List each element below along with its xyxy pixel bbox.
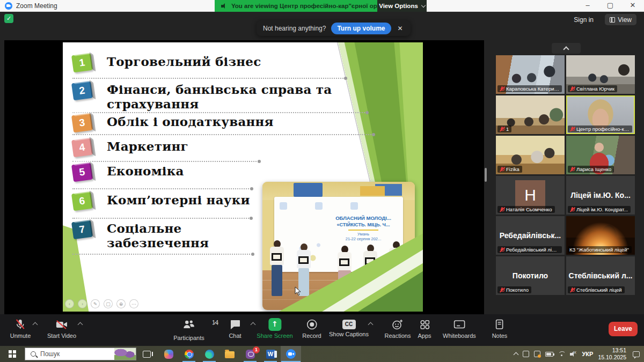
muted-mic-icon xyxy=(569,287,575,293)
start-button[interactable] xyxy=(0,346,25,362)
search-input[interactable]: Пошук xyxy=(25,348,136,360)
participant-tile[interactable]: Світлана Юрчик xyxy=(566,55,635,94)
sign-in-button[interactable]: Sign in xyxy=(569,14,598,25)
tray-expand-chevron[interactable] xyxy=(513,352,518,358)
participant-name: Лариса Іщенко xyxy=(576,166,611,172)
collapse-panel-button[interactable] xyxy=(552,43,581,54)
tray-date: 15.10.2025 xyxy=(598,354,626,361)
windows-logo-icon xyxy=(9,350,16,358)
participant-name: Караповська Катерина xyxy=(506,86,559,92)
view-options-button[interactable]: View Options xyxy=(377,0,427,12)
participant-tile[interactable]: Fizika xyxy=(496,136,565,174)
tray-device-icon[interactable] xyxy=(523,351,529,357)
dotted-separator xyxy=(72,161,259,162)
participant-tile[interactable]: Покотило Покотило xyxy=(496,256,565,295)
turn-up-volume-button[interactable]: Turn up volume xyxy=(331,23,391,34)
share-screen-button[interactable]: ↑ Share Screen xyxy=(257,318,292,339)
participants-button[interactable]: 14 Participants xyxy=(173,318,204,341)
video-options-chevron[interactable] xyxy=(78,322,83,328)
action-center-icon[interactable] xyxy=(633,351,640,357)
taskbar-explorer-icon[interactable] xyxy=(219,346,240,362)
taskbar-word-icon[interactable]: W xyxy=(260,346,281,362)
dotted-separator xyxy=(72,112,367,113)
participant-tile[interactable]: Лариса Іщенко xyxy=(566,136,635,174)
taskbar-chrome-icon[interactable] xyxy=(179,346,199,362)
zoom-tool-icon[interactable]: ⊕ xyxy=(116,299,126,308)
language-indicator[interactable]: УКР xyxy=(582,351,594,357)
list-number-cube: 7 xyxy=(71,220,93,240)
participant-nameplate: Наталія Сьомченко xyxy=(497,206,555,213)
participants-icon xyxy=(182,318,196,331)
battery-icon[interactable] xyxy=(545,352,553,357)
search-decoration-image xyxy=(114,348,136,360)
next-slide-button[interactable]: › xyxy=(78,299,87,308)
maximize-button[interactable]: ▢ xyxy=(599,0,621,12)
task-view-icon[interactable] xyxy=(143,351,151,358)
participant-tile-active-speaker[interactable]: Центр професійно-ка... xyxy=(566,95,635,134)
taskbar-zoom-icon[interactable] xyxy=(281,346,301,362)
participant-tile[interactable]: Стеблівський л... Стеблівський ліцей xyxy=(566,256,635,295)
muted-mic-icon xyxy=(499,287,504,293)
dotted-separator xyxy=(72,218,251,219)
show-captions-button[interactable]: CC Show Captions xyxy=(329,318,369,337)
taskbar-copilot-icon[interactable] xyxy=(158,346,179,362)
muted-mic-icon xyxy=(499,247,504,253)
chat-options-chevron[interactable] xyxy=(251,322,256,328)
panel-resize-handle[interactable] xyxy=(485,168,487,182)
view-layout-button[interactable]: View xyxy=(605,14,636,25)
viber-notification-badge: 1 xyxy=(253,346,260,353)
apps-button[interactable]: Apps xyxy=(418,318,431,339)
notes-button[interactable]: Notes xyxy=(492,318,508,339)
windows-taskbar: Пошук 1 W УКР 13:51 15.10.2025 xyxy=(0,346,644,362)
pen-tool-icon[interactable]: ✎ xyxy=(91,299,100,308)
close-button[interactable]: ✕ xyxy=(621,0,644,12)
muted-mic-icon xyxy=(569,86,575,92)
chat-button[interactable]: Chat xyxy=(229,318,241,339)
speaker-icon xyxy=(221,3,228,9)
volume-muted-icon[interactable] xyxy=(570,351,577,357)
whiteboards-button[interactable]: Whiteboards xyxy=(443,318,476,339)
list-item-text: Фінанси, банківська справа та страхуванн… xyxy=(107,82,363,111)
participant-name: Світлана Юрчик xyxy=(576,86,614,92)
captions-icon: CC xyxy=(342,320,356,329)
participant-tile[interactable]: Караповська Катерина xyxy=(496,55,565,94)
participant-tile[interactable]: 1 xyxy=(496,95,565,134)
minimize-button[interactable]: – xyxy=(576,0,599,12)
start-video-button[interactable]: Start Video xyxy=(47,318,76,339)
more-tools-icon[interactable]: ⋯ xyxy=(129,299,138,308)
clock[interactable]: 13:51 15.10.2025 xyxy=(598,347,626,361)
tray-update-icon[interactable] xyxy=(534,351,540,357)
security-shield-icon[interactable]: ✓ xyxy=(4,14,13,23)
participant-name: Стеблівський ліцей xyxy=(576,287,622,293)
reactions-button[interactable]: Reactions xyxy=(385,318,411,339)
dotted-separator xyxy=(72,254,252,255)
participant-tile[interactable]: Ліцей ім.Ю. Ко... Ліцей ім.Ю. Кондрат... xyxy=(566,176,635,215)
participant-name: Ліцей ім.Ю. Кондрат... xyxy=(576,206,628,212)
prev-slide-button[interactable]: ‹ xyxy=(65,299,74,308)
participant-tile[interactable]: Н Наталія Сьомченко xyxy=(496,176,565,215)
title-bar: Zoom Meeting You are viewing Центр профе… xyxy=(0,0,644,12)
participant-nameplate: Центр професійно-ка... xyxy=(568,125,632,132)
display-tool-icon[interactable]: ▢ xyxy=(104,299,113,308)
taskbar-edge-icon[interactable] xyxy=(199,346,219,362)
layout-grid-icon xyxy=(610,17,615,23)
notification-close-icon[interactable]: ✕ xyxy=(397,25,404,32)
record-icon xyxy=(305,318,318,331)
wifi-icon[interactable] xyxy=(558,351,565,357)
unmute-button[interactable]: Unmute xyxy=(10,318,31,339)
dotted-separator xyxy=(72,134,373,135)
meeting-header: ✓ Sign in View Not hearing anything? Tur… xyxy=(0,12,644,40)
chat-icon xyxy=(229,318,241,331)
taskbar-viber-icon[interactable]: 1 xyxy=(240,346,260,362)
leave-button[interactable]: Leave xyxy=(609,322,638,336)
record-button[interactable]: Record xyxy=(302,318,321,339)
participant-tile[interactable]: КЗ "Жаботинський ліцей" xyxy=(566,216,635,255)
participant-tile[interactable]: Ребедайлівськ... Ребедайлівський ліцей xyxy=(496,216,565,255)
person-figure xyxy=(270,240,284,296)
participant-nameplate: Покотило xyxy=(497,286,531,293)
audio-notification: Not hearing anything? Turn up volume ✕ xyxy=(257,20,411,36)
unmute-options-chevron[interactable] xyxy=(33,322,38,328)
participant-nameplate: Світлана Юрчик xyxy=(568,85,617,92)
captions-options-chevron[interactable] xyxy=(368,322,374,328)
list-item-text: Економіка xyxy=(107,164,359,178)
